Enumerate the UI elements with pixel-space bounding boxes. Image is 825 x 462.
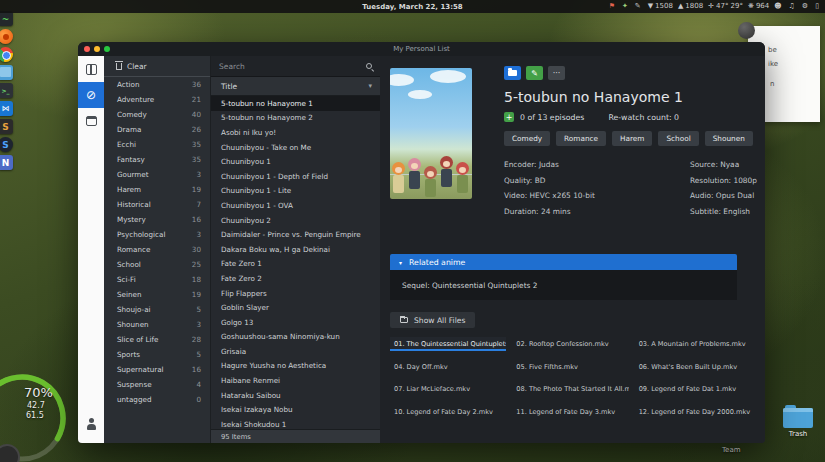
dock-terminal-icon[interactable]: >_ [0,83,13,98]
search-input[interactable] [219,62,362,71]
add-episode-button[interactable]: + [504,112,514,122]
category-row[interactable]: Sports 5 [104,347,210,362]
genre-chip[interactable]: Shounen [705,131,753,146]
show-all-files-button[interactable]: Show All Files [390,312,475,328]
title-row[interactable]: Asobi ni Iku yo! [211,125,380,140]
category-row[interactable]: Shoujo-ai 5 [104,302,210,317]
desktop-folder[interactable]: Trash [776,408,820,438]
file-item[interactable]: 09. Legend of Fate Dat 1.mkv [635,382,751,396]
tray-icon[interactable]: ▲ 1808 [678,0,703,13]
tray-icon[interactable]: ▯ [815,0,821,13]
nav-tags-tab-selected[interactable]: ⊘ [78,82,104,108]
category-row[interactable]: Drama 26 [104,122,210,137]
title-row[interactable]: Isekai Izakaya Nobu [211,402,380,417]
category-count: 30 [192,245,201,254]
category-row[interactable]: Fantasy 35 [104,152,210,167]
clear-filter-button[interactable]: Clear [104,56,210,77]
dock-file-manager-icon[interactable] [0,65,13,80]
nav-board-tab[interactable] [78,56,104,82]
edit-button[interactable]: ✎ [526,66,543,80]
file-item[interactable]: 11. Legend of Fate Day 3.mkv [512,405,628,419]
genre-chip[interactable]: Harem [612,131,652,146]
category-row[interactable]: Supernatural 16 [104,362,210,377]
dock-blue-app-icon[interactable]: ⋈ [0,101,13,116]
category-row[interactable]: Historical 7 [104,197,210,212]
category-row[interactable]: Slice of Life 28 [104,332,210,347]
category-row[interactable]: Ecchi 35 [104,137,210,152]
category-row[interactable]: Psychological 3 [104,227,210,242]
file-item[interactable]: 03. A Mountain of Problems.mkv [635,337,751,351]
file-item[interactable]: 02. Rooftop Confession.mkv [512,337,628,351]
nav-calendar-tab[interactable] [78,108,104,134]
title-row[interactable]: Haibane Renmei [211,373,380,388]
open-folder-button[interactable] [504,66,521,80]
title-row[interactable]: Fate Zero 2 [211,271,380,286]
dock-notion-icon[interactable]: N [0,155,13,170]
category-row[interactable]: untagged 0 [104,392,210,407]
title-row[interactable]: Chuunibyou 1 [211,154,380,169]
nav-profile-button[interactable] [78,411,104,437]
tray-icon[interactable]: ⚙ [802,0,810,13]
dock-swirl-app-icon[interactable]: S [0,137,13,152]
category-row[interactable]: Suspense 4 [104,377,210,392]
genre-chip[interactable]: Romance [556,131,606,146]
title-row[interactable]: Hagure Yuusha no Aesthetica [211,359,380,374]
search-icon[interactable] [366,63,372,69]
title-row[interactable]: Chuunibyou 1 - Depth of Field [211,169,380,184]
title-row[interactable]: Dakara Boku wa, H ga Dekinai [211,242,380,257]
file-item[interactable]: 10. Legend of Fate Day 2.mkv [390,405,506,419]
title-row[interactable]: Fate Zero 1 [211,257,380,272]
title-row[interactable]: Hataraku Saibou [211,388,380,403]
tray-icon[interactable]: ☻ [774,0,783,13]
tray-icon[interactable]: ✛ 47° 29° [708,0,743,13]
category-row[interactable]: Action 36 [104,77,210,92]
title-row[interactable]: Grisaia [211,344,380,359]
category-row[interactable]: Comedy 40 [104,107,210,122]
tray-icon[interactable]: ✎ [635,0,643,13]
category-row[interactable]: Romance 30 [104,242,210,257]
genre-chip[interactable]: School [658,131,698,146]
genre-chip[interactable]: Comedy [504,131,550,146]
category-row[interactable]: School 25 [104,257,210,272]
tray-icon[interactable]: ✦ [622,0,630,13]
title-row[interactable]: Goshuushou-sama Ninomiya-kun [211,330,380,345]
tray-icon[interactable]: ⚑ [609,0,617,13]
file-item[interactable]: 04. Day Off.mkv [390,360,506,374]
title-row[interactable]: 5-toubun no Hanayome 2 [211,111,380,126]
title-row[interactable]: Goblin Slayer [211,300,380,315]
category-row[interactable]: Harem 19 [104,182,210,197]
dock-firefox-icon[interactable] [0,29,13,44]
category-row[interactable]: Sci-Fi 18 [104,272,210,287]
dock-activity-icon[interactable]: ~ [0,11,13,26]
file-item[interactable]: 05. Five Fifths.mkv [512,360,628,374]
dock-sublime-icon[interactable]: S [0,119,13,134]
title-row[interactable]: Flip Flappers [211,286,380,301]
related-anime-item[interactable]: Sequel: Quintessential Quintuplets 2 [390,270,737,300]
tray-icon[interactable]: ▼ 1508 [648,0,673,13]
category-row[interactable]: Seinen 19 [104,287,210,302]
file-item[interactable]: 07. Liar McLieface.mkv [390,382,506,396]
category-row[interactable]: Adventure 21 [104,92,210,107]
title-row[interactable]: Chuunibyou 1 - Lite [211,184,380,199]
file-item[interactable]: 08. The Photo That Started It All.mkv [512,382,628,396]
category-row[interactable]: Shounen 3 [104,317,210,332]
title-row[interactable]: Daimidaler - Prince vs. Penguin Empire [211,227,380,242]
more-options-button[interactable]: ··· [548,66,565,80]
file-item[interactable]: 01. The Quintessential Quintuplets.mkv [390,337,506,351]
titles-header[interactable]: Title ▾ [211,77,380,96]
tray-icon[interactable]: ♫ [789,0,797,13]
title-row[interactable]: Chuunibyou - Take on Me [211,140,380,155]
file-item[interactable]: 06. What's Been Built Up.mkv [635,360,751,374]
related-anime-header[interactable]: ▾ Related anime [390,254,737,270]
category-row[interactable]: Gourmet 3 [104,167,210,182]
window-titlebar[interactable]: My Personal List [78,42,765,56]
dock-chrome-icon[interactable] [0,47,13,62]
title-row[interactable]: Golgo 13 [211,315,380,330]
title-row[interactable]: 5-toubun no Hanayome 1 [211,96,380,111]
title-row[interactable]: Isekai Shokudou 1 [211,417,380,429]
title-row[interactable]: Chuunibyou 1 - OVA [211,198,380,213]
category-row[interactable]: Mystery 16 [104,212,210,227]
tray-icon[interactable]: ❋ 964 [748,0,769,13]
title-row[interactable]: Chuunibyou 2 [211,213,380,228]
file-item[interactable]: 12. Legend of Fate Day 2000.mkv [635,405,751,419]
